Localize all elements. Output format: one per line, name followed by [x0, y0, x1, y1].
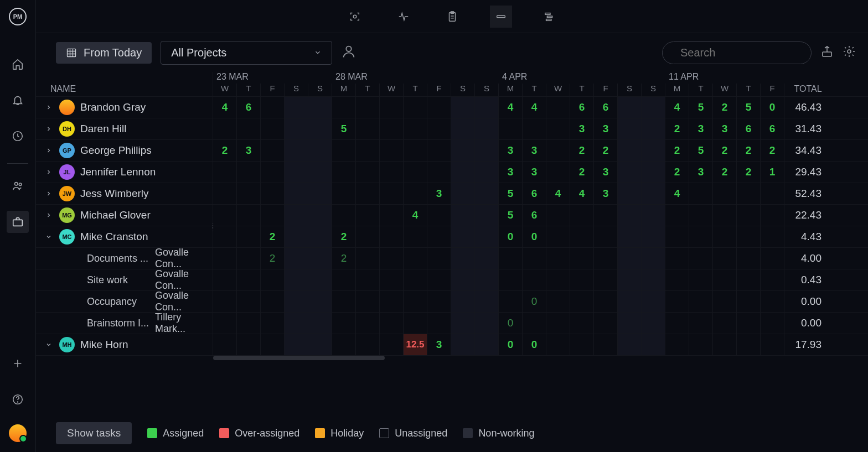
workload-cell[interactable]: 5	[737, 97, 761, 118]
workload-cell[interactable]	[713, 313, 737, 334]
workload-cell[interactable]	[285, 183, 308, 204]
workload-cell[interactable]	[261, 140, 285, 161]
workload-cell[interactable]: 4	[499, 97, 523, 118]
workload-cell[interactable]	[237, 291, 261, 312]
workload-cell[interactable]	[475, 118, 499, 139]
workload-cell[interactable]: 3	[713, 118, 737, 139]
workload-cell[interactable]	[618, 248, 642, 269]
workload-cell[interactable]	[213, 118, 237, 139]
workload-cell[interactable]	[332, 334, 356, 355]
workload-cell[interactable]	[404, 140, 427, 161]
workload-cell[interactable]: 3	[499, 140, 523, 161]
workload-cell[interactable]	[499, 248, 523, 269]
workload-cell[interactable]	[213, 248, 237, 269]
workload-cell[interactable]: 3	[523, 162, 546, 183]
workload-cell[interactable]	[737, 226, 761, 247]
workload-cell[interactable]: 2	[594, 140, 618, 161]
workload-cell[interactable]	[665, 291, 689, 312]
horizontal-scrollbar[interactable]	[213, 356, 601, 360]
workload-cell[interactable]: 0	[499, 334, 523, 355]
workload-cell[interactable]	[308, 248, 332, 269]
workload-cell[interactable]	[689, 269, 713, 290]
workload-cell[interactable]	[546, 248, 570, 269]
workload-cell[interactable]: 4	[570, 183, 594, 204]
workload-cell[interactable]	[594, 291, 618, 312]
workload-cell[interactable]	[237, 226, 261, 247]
workload-cell[interactable]	[475, 291, 499, 312]
workload-cell[interactable]	[308, 97, 332, 118]
workload-cell[interactable]	[570, 291, 594, 312]
workload-cell[interactable]	[332, 183, 356, 204]
workload-cell[interactable]: 4	[404, 205, 427, 226]
workload-cell[interactable]: 0	[499, 313, 523, 334]
workload-cell[interactable]: 3	[689, 118, 713, 139]
workload-cell[interactable]	[285, 162, 308, 183]
workload-cell[interactable]	[689, 205, 713, 226]
workload-cell[interactable]	[404, 183, 427, 204]
workload-cell[interactable]	[665, 313, 689, 334]
workload-cell[interactable]	[356, 313, 380, 334]
workload-cell[interactable]	[427, 269, 451, 290]
workload-cell[interactable]	[523, 313, 546, 334]
workload-cell[interactable]	[404, 118, 427, 139]
workload-cell[interactable]: 0	[499, 226, 523, 247]
chevron-right-icon[interactable]	[44, 188, 54, 200]
workload-cell[interactable]	[356, 183, 380, 204]
workload-cell[interactable]	[451, 313, 475, 334]
workload-cell[interactable]: 2	[665, 118, 689, 139]
workload-cell[interactable]: 4	[523, 97, 546, 118]
workload-cell[interactable]	[713, 183, 737, 204]
workload-cell[interactable]	[618, 183, 642, 204]
workload-cell[interactable]: 2	[713, 140, 737, 161]
workload-cell[interactable]	[380, 226, 404, 247]
chevron-down-icon[interactable]	[44, 339, 54, 351]
activity-icon[interactable]	[392, 6, 415, 28]
chevron-right-icon[interactable]	[44, 101, 54, 113]
task-row[interactable]: Brainstorm I...Tillery Mark...	[36, 313, 213, 334]
workload-cell[interactable]: 6	[237, 97, 261, 118]
workload-cell[interactable]	[356, 205, 380, 226]
workload-cell[interactable]	[356, 334, 380, 355]
workload-cell[interactable]	[761, 313, 784, 334]
workload-cell[interactable]	[332, 205, 356, 226]
person-row[interactable]: JWJess Wimberly	[36, 183, 213, 204]
workload-cell[interactable]	[713, 291, 737, 312]
workload-cell[interactable]	[713, 334, 737, 355]
workload-cell[interactable]	[451, 162, 475, 183]
workload-cell[interactable]	[261, 183, 285, 204]
workload-cell[interactable]	[356, 291, 380, 312]
workload-cell[interactable]	[689, 226, 713, 247]
workload-cell[interactable]	[713, 269, 737, 290]
person-row[interactable]: Brandon Gray	[36, 97, 213, 118]
workload-cell[interactable]	[404, 269, 427, 290]
workload-cell[interactable]: 12.5	[404, 334, 427, 355]
workload-cell[interactable]	[308, 118, 332, 139]
workload-cell[interactable]	[689, 334, 713, 355]
workload-cell[interactable]	[546, 334, 570, 355]
person-row[interactable]: MGMichael Glover	[36, 205, 213, 226]
workload-cell[interactable]	[713, 205, 737, 226]
workload-cell[interactable]: 6	[570, 97, 594, 118]
workload-cell[interactable]	[451, 183, 475, 204]
workload-cell[interactable]	[308, 162, 332, 183]
workload-cell[interactable]: 2	[332, 248, 356, 269]
workload-cell[interactable]	[475, 313, 499, 334]
workload-cell[interactable]	[356, 269, 380, 290]
workload-cell[interactable]	[618, 269, 642, 290]
workload-cell[interactable]	[618, 97, 642, 118]
workload-cell[interactable]: 4	[213, 97, 237, 118]
workload-cell[interactable]: 5	[689, 97, 713, 118]
workload-cell[interactable]	[308, 183, 332, 204]
workload-cell[interactable]	[261, 97, 285, 118]
workload-cell[interactable]	[761, 334, 784, 355]
workload-cell[interactable]	[642, 183, 665, 204]
workload-cell[interactable]	[499, 291, 523, 312]
workload-cell[interactable]	[570, 313, 594, 334]
workload-cell[interactable]	[618, 226, 642, 247]
workload-cell[interactable]: 2	[261, 248, 285, 269]
workload-cell[interactable]	[642, 313, 665, 334]
workload-cell[interactable]	[618, 162, 642, 183]
workload-cell[interactable]	[380, 291, 404, 312]
chevron-right-icon[interactable]	[44, 123, 54, 135]
workload-cell[interactable]	[546, 313, 570, 334]
